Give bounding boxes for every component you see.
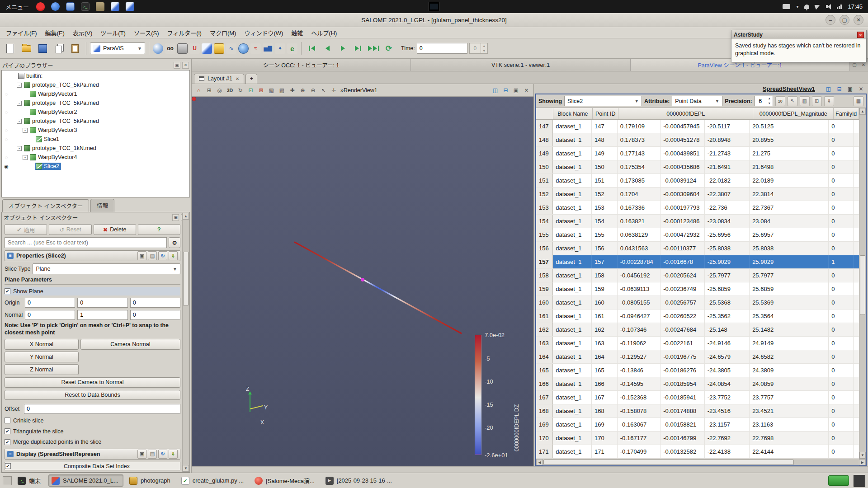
paraview-app-icon[interactable] (111, 2, 119, 11)
menu-item[interactable]: マクロ(M) (206, 27, 241, 38)
normal-z-field[interactable] (130, 310, 180, 320)
table-horizontal-scrollbar[interactable]: ◀ ▶ (536, 459, 866, 465)
menu-item[interactable]: ヘルプ(H) (307, 27, 341, 38)
row-header-cell[interactable]: 164 (536, 350, 553, 363)
frame-spinner[interactable]: 0 ▲▼ (469, 43, 488, 54)
tree-expander-icon[interactable]: - (17, 83, 22, 88)
split-horizontal-icon[interactable]: ◫ (491, 85, 500, 95)
display-section-header[interactable]: ≡ Display (SpreadSheetRepresen ▣ ▤ ↻ ⇓ (5, 449, 180, 460)
properties-section-header[interactable]: ≡ Properties (Slice2) ▣ ▤ ↻ ⇓ (5, 250, 180, 261)
copy-properties-icon[interactable]: ▣ (137, 251, 146, 260)
tree-expander-icon[interactable]: - (23, 128, 28, 133)
row-header-cell[interactable]: 152 (536, 188, 553, 201)
show-desktop-button[interactable] (3, 476, 12, 485)
save-button[interactable] (35, 41, 50, 56)
render-viewport[interactable]: Z Y X 0000000fDEPL DZ 7.0e-02-5-10-15-20… (192, 97, 533, 466)
row-header-cell[interactable]: 151 (536, 174, 553, 187)
menu-item[interactable]: フィルター(i) (163, 27, 206, 38)
cell-connectivity-icon[interactable]: ⊞ (812, 96, 822, 106)
float-panel-icon[interactable]: ▣ (174, 62, 180, 69)
close-panel-icon[interactable]: ✕ (182, 62, 189, 69)
zoom-to-data-icon[interactable]: ◎ (215, 85, 224, 95)
normal-y-field[interactable] (77, 310, 127, 320)
precision-value[interactable] (755, 96, 766, 106)
table-row[interactable]: 158dataset_1158-0.0456192-0.00205624-25.… (536, 269, 859, 282)
table-row[interactable]: 170dataset_1170-0.167177-0.00146799-22.7… (536, 432, 859, 445)
showing-combo[interactable]: Slice2▼ (564, 96, 642, 106)
close-view-icon[interactable]: ✕ (522, 85, 531, 95)
interactive-select-points-icon[interactable]: ⊖ (308, 85, 318, 95)
composite-index-checkbox[interactable]: ✔ (5, 463, 11, 469)
signal-icon[interactable]: ≈ (250, 43, 261, 54)
table-row[interactable]: 152dataset_11520.1704-0.000309604-22.380… (536, 188, 859, 201)
interactive-select-cells-icon[interactable]: ⊕ (298, 85, 307, 95)
applications-menu[interactable]: メニュー (5, 2, 29, 11)
paraview-app-icon-2[interactable] (126, 2, 134, 11)
float-panel-icon[interactable]: ▣ (172, 214, 179, 221)
taskbar-item[interactable]: ▶[2025-09-23 15-16-... (322, 474, 397, 487)
precision-spin-arrows[interactable]: ▲▼ (766, 96, 773, 106)
pipeline-item[interactable]: ◌-WarpByVector4 (2, 153, 189, 162)
paste-button[interactable] (68, 41, 82, 56)
slice-type-combo[interactable]: Plane▼ (33, 263, 180, 274)
new-document-button[interactable] (3, 41, 17, 56)
close-notification-icon[interactable]: ✕ (857, 32, 864, 38)
origin-x-field[interactable] (25, 298, 75, 308)
tree-expander-icon[interactable]: - (17, 146, 22, 151)
layout-tab[interactable]: Layout #1 ✕ (194, 74, 244, 84)
table-row[interactable]: 161dataset_1161-0.0946427-0.00260522-25.… (536, 310, 859, 323)
spreadsheet-settings-icon[interactable]: ▦ (854, 96, 863, 106)
plane-origin-handle[interactable] (361, 278, 364, 282)
row-header-cell[interactable]: 160 (536, 296, 553, 309)
row-header-cell[interactable]: 170 (536, 432, 553, 445)
scroll-up-icon[interactable]: ▲ (183, 213, 189, 220)
snapshot-icon[interactable] (177, 43, 188, 54)
viewer-tab[interactable]: シーン OCC: 1 - ビューアー: 1 (192, 59, 411, 71)
toolbar-overflow-icon[interactable]: » (340, 87, 344, 94)
last-frame-button[interactable] (367, 42, 380, 55)
inspector-tab[interactable]: オブジェクト インスペクター (2, 199, 89, 212)
input-method-indicator[interactable] (828, 475, 849, 486)
apply-button[interactable]: ✔適用 (5, 224, 47, 235)
close-button[interactable]: ✕ (854, 15, 863, 25)
row-header-cell[interactable]: 148 (536, 133, 553, 146)
precision-spinner[interactable]: ▲▼ (755, 96, 773, 106)
select-cells-through-icon[interactable]: ▧ (267, 85, 276, 95)
visibility-toggle-icon[interactable]: ◌ (2, 91, 11, 97)
pipeline-item[interactable]: builtin: (2, 71, 189, 80)
y-normal-button[interactable]: Y Normal (5, 352, 79, 362)
inspector-scrollbar[interactable]: ▲ ▼ (182, 213, 189, 472)
row-header-cell[interactable]: 161 (536, 310, 553, 323)
first-frame-button[interactable] (305, 42, 319, 55)
row-header-cell[interactable]: 157 (536, 255, 553, 268)
scroll-right-icon[interactable]: ▶ (859, 459, 866, 465)
row-header-cell[interactable]: 155 (536, 228, 553, 241)
row-header-cell[interactable]: 165 (536, 364, 553, 377)
maximize-view-icon[interactable]: ▣ (845, 84, 855, 94)
offset-field[interactable] (24, 404, 180, 414)
reload-display-icon[interactable]: ↻ (158, 450, 167, 459)
menu-item[interactable]: 触雑 (287, 27, 307, 38)
export-spreadsheet-icon[interactable]: ⇓ (824, 96, 834, 106)
show-plane-checkbox[interactable]: ✔ (5, 288, 10, 294)
split-vertical-icon[interactable]: ⊟ (835, 84, 844, 94)
hover-points-icon[interactable]: ✛ (329, 85, 339, 95)
palette-icon[interactable] (214, 43, 224, 54)
row-header-cell[interactable]: 156 (536, 242, 553, 255)
reset-button[interactable]: ↺Reset (49, 224, 91, 235)
select-mode-icon[interactable]: ↖ (788, 96, 797, 106)
taskbar-item[interactable]: ✔create_glulam.py ... (178, 474, 249, 487)
copy-display-icon[interactable]: ▣ (137, 450, 146, 459)
row-header-cell[interactable]: 149 (536, 147, 553, 160)
search-input[interactable] (5, 237, 167, 248)
menu-item[interactable]: 編集(E) (41, 27, 69, 38)
keyboard-indicator-icon[interactable] (783, 4, 790, 9)
help-button[interactable]: ? (138, 224, 180, 235)
frame-spin-arrows[interactable]: ▲▼ (481, 43, 487, 53)
row-header-cell[interactable]: 169 (536, 418, 553, 431)
column-header-family-id[interactable]: FamilyId (834, 108, 859, 119)
menu-item[interactable]: 表示(V) (69, 27, 96, 38)
visibility-toggle-icon[interactable]: ◌ (2, 109, 11, 115)
camera-normal-button[interactable]: Camera Normal (80, 339, 180, 350)
row-header-cell[interactable]: 158 (536, 269, 553, 282)
